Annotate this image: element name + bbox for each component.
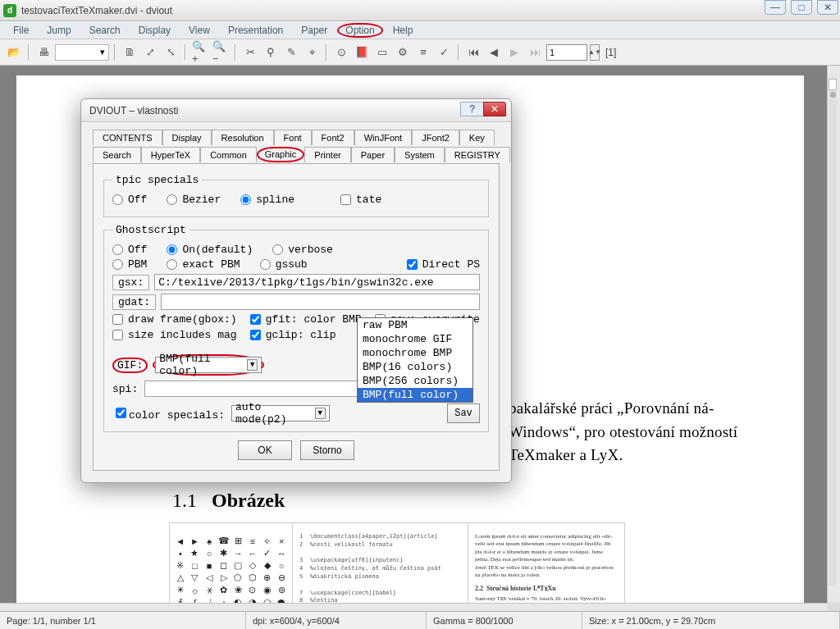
tab-font[interactable]: Font: [274, 130, 312, 145]
page-input[interactable]: [546, 44, 587, 61]
gs-legend: Ghostscript: [112, 224, 189, 236]
tool3-icon[interactable]: ✎: [282, 43, 300, 62]
menu-search[interactable]: Search: [81, 23, 129, 38]
tab-graphic[interactable]: Graphic: [257, 147, 305, 162]
save-button[interactable]: Sav: [447, 403, 480, 423]
chk-sizeincl[interactable]: size includes mag: [112, 329, 237, 341]
tab-font2[interactable]: Font2: [312, 130, 354, 145]
nav-next-icon[interactable]: ▶: [505, 43, 523, 62]
tpic-tate[interactable]: tate: [340, 194, 381, 206]
zoom-fit2-icon[interactable]: ⤡: [162, 43, 180, 62]
tool6-icon[interactable]: 📕: [353, 43, 371, 62]
chk-color-specials[interactable]: color specials:: [112, 405, 225, 422]
gsx-label[interactable]: gsx:: [112, 275, 149, 290]
menu-file[interactable]: File: [5, 23, 37, 38]
zoom-out-icon[interactable]: 🔍−: [212, 43, 230, 62]
zoom-fit-icon[interactable]: ⤢: [141, 43, 159, 62]
dialog-help-button[interactable]: ?: [460, 102, 483, 116]
gif-combo[interactable]: BMP(full color) ▼: [155, 357, 262, 373]
gif-opt-bmpfull[interactable]: BMP(full color): [358, 388, 472, 402]
gif-label: GIF:: [112, 358, 148, 373]
tool1-icon[interactable]: ✂: [241, 43, 259, 62]
tool4-icon[interactable]: ⌖: [303, 43, 321, 62]
menu-help[interactable]: Help: [385, 23, 422, 38]
tab-display[interactable]: Display: [162, 130, 212, 145]
printer-combo[interactable]: ▾: [55, 44, 109, 61]
gif-dropdown-list[interactable]: raw PBM monochrome GIF monochrome BMP BM…: [357, 317, 473, 403]
page-spinner[interactable]: ▲▼: [590, 44, 600, 61]
chk-gclip[interactable]: gclip: clip: [250, 329, 336, 341]
tool2-icon[interactable]: ⚲: [262, 43, 280, 62]
menu-display[interactable]: Display: [130, 23, 179, 38]
gs-verbose[interactable]: verbose: [272, 244, 333, 256]
minimize-button[interactable]: —: [765, 0, 786, 15]
print-icon[interactable]: 🖶: [34, 43, 52, 62]
menu-presentation[interactable]: Presentation: [220, 23, 291, 38]
tool8-icon[interactable]: ⚙: [394, 43, 412, 62]
tab-registry[interactable]: REGISTRY: [445, 147, 510, 162]
menu-paper[interactable]: Paper: [293, 23, 336, 38]
window-titlebar: d testovaciTextTeXmaker.dvi - dviout — □…: [0, 0, 840, 21]
gif-opt-bmp16[interactable]: BMP(16 colors): [358, 360, 472, 374]
chk-gfit[interactable]: gfit: color BMP: [250, 313, 362, 326]
dialog-title: DVIOUT – vlastnosti: [89, 105, 178, 116]
gs-directps[interactable]: Direct PS: [407, 258, 480, 271]
gif-opt-bmp256[interactable]: BMP(256 colors): [358, 374, 472, 388]
close-button[interactable]: ✕: [817, 0, 838, 15]
tpic-legend: tpic specials: [112, 174, 202, 186]
nav-prev-icon[interactable]: ◀: [485, 43, 503, 62]
gs-on[interactable]: On(default): [167, 244, 253, 256]
menu-option[interactable]: Option: [337, 23, 382, 38]
menubar: File Jump Search Display View Presentati…: [0, 21, 840, 39]
zoom-in-icon[interactable]: 🔍+: [191, 43, 209, 62]
gs-pbm[interactable]: PBM: [112, 258, 147, 271]
tab-paper[interactable]: Paper: [351, 147, 395, 162]
tpic-off[interactable]: Off: [112, 194, 147, 206]
tpic-group: tpic specials Off Bezier spline tate: [103, 174, 489, 217]
gs-exactpbm[interactable]: exact PBM: [167, 258, 240, 271]
tpic-spline[interactable]: spline: [240, 194, 294, 206]
gif-opt-monobmp[interactable]: monochrome BMP: [358, 346, 472, 360]
gdat-label[interactable]: gdat:: [112, 294, 156, 310]
window-title: testovaciTextTeXmaker.dvi - dviout: [21, 5, 172, 16]
tab-resolution[interactable]: Resolution: [212, 130, 274, 145]
tab-hypertex[interactable]: HyperTeX: [141, 147, 200, 162]
spi-label[interactable]: spi:: [112, 383, 138, 395]
preview-icon[interactable]: 🗎: [121, 43, 139, 62]
tab-winjfont[interactable]: WinJFont: [354, 130, 412, 145]
tool9-icon[interactable]: ≡: [414, 43, 432, 62]
tab-contents[interactable]: CONTENTS: [93, 130, 162, 145]
open-icon[interactable]: 📂: [5, 43, 23, 62]
gsx-input[interactable]: [154, 274, 480, 290]
storno-button[interactable]: Storno: [300, 440, 354, 460]
gs-off[interactable]: Off: [112, 244, 147, 256]
tab-common[interactable]: Common: [200, 147, 257, 162]
gdat-input[interactable]: [161, 294, 480, 310]
tab-printer[interactable]: Printer: [304, 147, 350, 162]
gif-opt-monogif[interactable]: monochrome GIF: [358, 332, 472, 346]
page-suffix: [1]: [605, 47, 616, 58]
dialog-titlebar[interactable]: DVIOUT – vlastnosti ? ✕: [81, 99, 511, 122]
tool5-icon[interactable]: ⊙: [332, 43, 350, 62]
tool7-icon[interactable]: ▭: [373, 43, 391, 62]
nav-first-icon[interactable]: ⏮: [464, 43, 482, 62]
maximize-button[interactable]: □: [791, 0, 812, 15]
menu-jump[interactable]: Jump: [39, 23, 79, 38]
chk-drawframe[interactable]: draw frame(gbox:): [112, 313, 237, 326]
nav-last-icon[interactable]: ⏭: [526, 43, 544, 62]
spi-input[interactable]: [144, 381, 358, 397]
menu-view[interactable]: View: [180, 23, 218, 38]
gs-gssub[interactable]: gssub: [260, 258, 308, 271]
tab-jfont2[interactable]: JFont2: [412, 130, 459, 145]
tpic-bezier[interactable]: Bezier: [167, 194, 221, 206]
gif-opt-rawpbm[interactable]: raw PBM: [358, 318, 472, 332]
tab-key[interactable]: Key: [459, 130, 495, 145]
tool10-icon[interactable]: ✓: [435, 43, 453, 62]
preview-strip[interactable]: [829, 77, 837, 586]
tab-search[interactable]: Search: [93, 147, 141, 162]
chevron-down-icon: ▼: [247, 359, 258, 371]
color-specials-combo[interactable]: auto mode(p2)▼: [231, 405, 330, 422]
ok-button[interactable]: OK: [238, 440, 292, 460]
tab-system[interactable]: System: [395, 147, 445, 162]
dialog-close-button[interactable]: ✕: [483, 102, 506, 116]
